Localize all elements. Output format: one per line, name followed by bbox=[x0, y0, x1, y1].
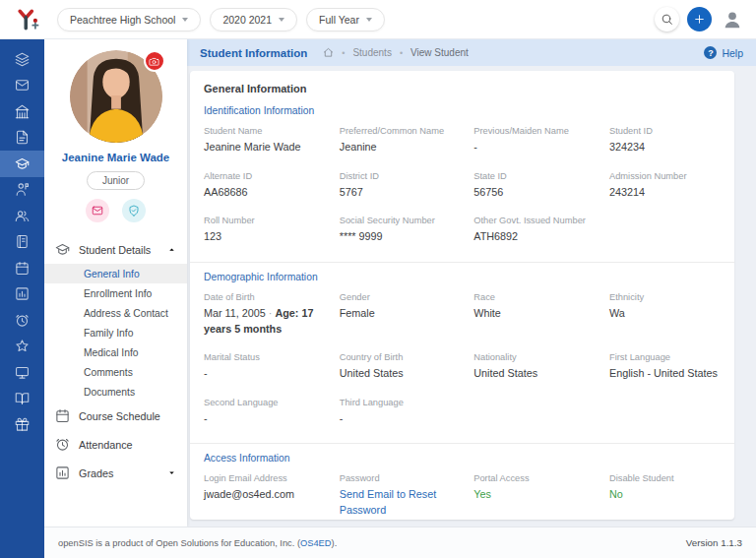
field-label: Portal Access bbox=[473, 473, 599, 483]
field-third-language: Third Language- bbox=[340, 398, 465, 427]
field-value: 243214 bbox=[609, 185, 721, 201]
breadcrumb-item-students[interactable]: Students bbox=[334, 47, 392, 58]
notebook-icon bbox=[15, 234, 30, 249]
rail-item-users[interactable] bbox=[0, 203, 44, 229]
field-student-name: Student NameJeanine Marie Wade bbox=[204, 126, 330, 155]
field-value: 5767 bbox=[340, 185, 465, 201]
sidebar-item-address-contact[interactable]: Address & Contact bbox=[44, 303, 187, 323]
field-value: ATH6892 bbox=[473, 229, 599, 245]
sidebar-item-attendance[interactable]: Attendance bbox=[44, 430, 187, 459]
chevron-down-icon bbox=[167, 467, 176, 479]
card-sections: Identification InformationStudent NameJe… bbox=[204, 105, 721, 520]
rail-item-chart[interactable] bbox=[0, 281, 44, 308]
search-button[interactable] bbox=[655, 7, 679, 31]
field-value: Wa bbox=[609, 306, 721, 322]
field-label: First Language bbox=[609, 352, 721, 362]
rail-item-clock[interactable] bbox=[0, 307, 44, 334]
email-student-button[interactable] bbox=[86, 199, 109, 222]
field-value[interactable]: Send Email to Reset Password bbox=[340, 487, 465, 518]
rail-item-monitor[interactable] bbox=[0, 359, 44, 386]
rail-item-staff[interactable] bbox=[0, 177, 44, 204]
os4ed-link[interactable]: OS4ED bbox=[300, 538, 332, 548]
field-label: Login Email Address bbox=[204, 473, 330, 483]
rail-item-star[interactable] bbox=[0, 334, 44, 360]
rail-item-document[interactable] bbox=[0, 125, 44, 152]
portal-access-button[interactable] bbox=[122, 199, 146, 222]
field-other-govt-issued-number: Other Govt. Issued NumberATH6892 bbox=[473, 216, 599, 245]
field-label: Third Language bbox=[340, 398, 465, 407]
side-nav: Student DetailsGeneral InfoEnrollment In… bbox=[44, 235, 187, 487]
shield-check-icon bbox=[128, 205, 140, 217]
field-label: State ID bbox=[473, 171, 599, 181]
field-label: Ethnicity bbox=[609, 292, 721, 302]
top-header: Peachtree High School 2020 2021 Full Yea… bbox=[0, 0, 756, 39]
sidebar-item-label: Grades bbox=[79, 467, 113, 479]
field-label: Preferred/Common Name bbox=[340, 126, 465, 136]
field-previous-maiden-name: Previous/Maiden Name- bbox=[473, 126, 599, 155]
add-button[interactable] bbox=[687, 7, 712, 31]
field-label: District ID bbox=[340, 171, 465, 181]
rail-item-layers[interactable] bbox=[0, 46, 44, 73]
rail-item-calendar[interactable] bbox=[0, 255, 44, 281]
year-selector[interactable]: 2020 2021 bbox=[210, 8, 297, 31]
field-preferred-common-name: Preferred/Common NameJeanine bbox=[340, 126, 465, 155]
help-button[interactable]: Help bbox=[704, 46, 743, 59]
topbar-actions bbox=[655, 7, 744, 31]
rail-item-graduation-cap[interactable] bbox=[0, 151, 44, 177]
icon-rail bbox=[0, 39, 44, 558]
sidebar-item-grades[interactable]: Grades bbox=[44, 459, 187, 487]
envelope-icon bbox=[92, 205, 103, 217]
sidebar-item-enrollment-info[interactable]: Enrollment Info bbox=[44, 283, 187, 303]
field-value: 324234 bbox=[609, 140, 721, 155]
sidebar-item-student-details[interactable]: Student Details bbox=[44, 235, 187, 264]
footer: openSIS is a product of Open Solutions f… bbox=[44, 527, 756, 558]
field-label: Admission Number bbox=[609, 171, 721, 181]
field-password: PasswordSend Email to Reset Password bbox=[340, 473, 465, 518]
field-country-of-birth: Country of BirthUnited States bbox=[340, 352, 465, 382]
section-title-demographic-information: Demographic Information bbox=[204, 272, 721, 282]
field-first-language: First LanguageEnglish - United States bbox=[609, 352, 721, 382]
footer-text: openSIS is a product of Open Solutions f… bbox=[58, 538, 337, 548]
field-value: United States bbox=[340, 366, 465, 382]
field-date-of-birth: Date of BirthMar 11, 2005Age: 17 years 5… bbox=[204, 292, 330, 337]
sidebar-item-label: Attendance bbox=[79, 439, 133, 451]
field-label: Social Security Number bbox=[340, 216, 465, 225]
year-selector-value: 2020 2021 bbox=[222, 14, 272, 26]
field-login-email-address: Login Email Addressjwade@os4ed.com bbox=[204, 473, 330, 518]
field-value: jwade@os4ed.com bbox=[204, 487, 330, 503]
school-selector[interactable]: Peachtree High School bbox=[57, 8, 201, 31]
field-value-suffix: Age: 17 years 5 months bbox=[204, 307, 313, 335]
user-avatar-button[interactable] bbox=[720, 7, 744, 31]
sidebar-item-family-info[interactable]: Family Info bbox=[44, 323, 187, 342]
change-photo-button[interactable] bbox=[144, 50, 165, 72]
field-value: **** 9999 bbox=[340, 229, 465, 245]
rail-item-school[interactable] bbox=[0, 98, 44, 125]
section-divider bbox=[190, 443, 734, 444]
field-value: 56756 bbox=[473, 185, 599, 201]
rail-item-notebook[interactable] bbox=[0, 229, 44, 256]
term-selector[interactable]: Full Year bbox=[306, 8, 385, 31]
version-label: Version 1.1.3 bbox=[686, 537, 742, 548]
home-icon bbox=[323, 47, 334, 58]
gift-icon bbox=[15, 417, 30, 432]
field-value: United States bbox=[473, 366, 599, 382]
clock-icon bbox=[15, 313, 30, 328]
rail-item-gift[interactable] bbox=[0, 411, 44, 438]
sidebar-item-course-schedule[interactable]: Course Schedule bbox=[44, 402, 187, 430]
calendar-icon bbox=[15, 261, 30, 276]
rail-item-open-book[interactable] bbox=[0, 386, 44, 412]
field-label: Country of Birth bbox=[340, 352, 465, 362]
quick-actions bbox=[44, 199, 187, 222]
grade-level-badge[interactable]: Junior bbox=[87, 171, 145, 190]
sidebar-item-medical-info[interactable]: Medical Info bbox=[44, 342, 187, 362]
sidebar-item-documents[interactable]: Documents bbox=[44, 382, 187, 402]
section-title-access-information: Access Information bbox=[204, 453, 721, 464]
clock-icon bbox=[55, 437, 70, 452]
field-disable-student: Disable StudentNo bbox=[609, 473, 721, 518]
chevron-up-icon bbox=[167, 244, 176, 256]
rail-item-mail[interactable] bbox=[0, 73, 44, 99]
sidebar-item-comments[interactable]: Comments bbox=[44, 362, 187, 382]
field-label: Race bbox=[473, 292, 599, 302]
home-breadcrumb[interactable] bbox=[323, 47, 334, 58]
sidebar-item-general-info[interactable]: General Info bbox=[44, 264, 187, 283]
